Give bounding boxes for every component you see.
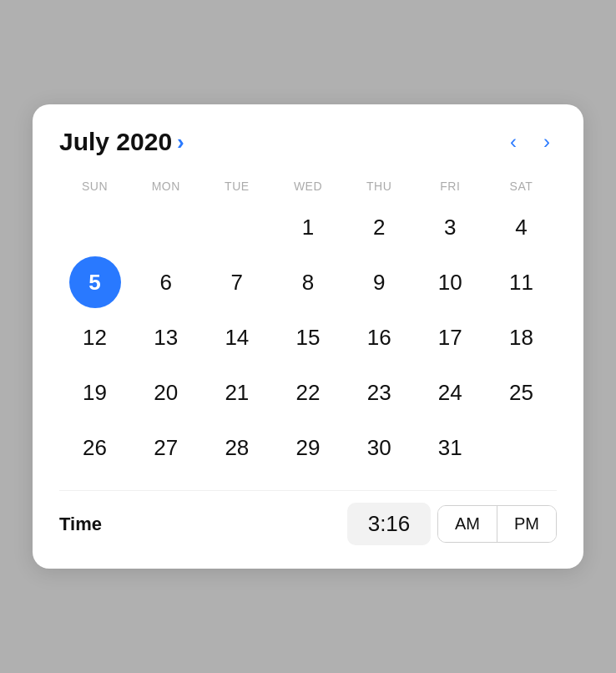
pm-button[interactable]: PM	[497, 506, 556, 542]
month-year-label: July 2020	[59, 128, 172, 156]
day-cell[interactable]: 8	[272, 256, 343, 308]
day-cell[interactable]: 11	[486, 256, 557, 308]
day-cell[interactable]: 19	[59, 367, 130, 418]
calendar-card: July 2020 › ‹ › SUN MON TUE WED THU FRI …	[33, 104, 583, 569]
day-cell[interactable]: 13	[130, 311, 201, 363]
day-cell[interactable]: 25	[486, 367, 557, 418]
am-button[interactable]: AM	[438, 506, 497, 542]
month-title: July 2020 ›	[59, 128, 184, 156]
day-header-tue: TUE	[201, 175, 272, 198]
day-cell[interactable]: 6	[130, 256, 201, 308]
time-row: Time 3:16 AM PM	[59, 490, 557, 545]
month-chevron-icon[interactable]: ›	[177, 129, 184, 155]
day-cell[interactable]: 26	[59, 422, 130, 473]
day-cell[interactable]: 18	[486, 311, 557, 363]
day-cell[interactable]: 5	[69, 256, 121, 308]
day-cell[interactable]: 16	[344, 311, 415, 363]
day-cell	[59, 201, 130, 253]
day-cell[interactable]: 23	[344, 367, 415, 418]
day-cell[interactable]: 21	[201, 367, 272, 418]
day-cell[interactable]: 24	[415, 367, 486, 418]
ampm-group: AM PM	[437, 505, 557, 543]
day-cell[interactable]: 3	[415, 201, 486, 253]
day-cell[interactable]: 2	[344, 201, 415, 253]
day-cell[interactable]: 29	[272, 422, 343, 473]
day-cell[interactable]: 28	[201, 422, 272, 473]
day-cell[interactable]: 14	[201, 311, 272, 363]
day-header-sat: SAT	[486, 175, 557, 198]
time-value[interactable]: 3:16	[347, 503, 431, 545]
day-header-thu: THU	[344, 175, 415, 198]
day-cell[interactable]: 1	[272, 201, 343, 253]
day-header-wed: WED	[272, 175, 343, 198]
day-cell[interactable]: 9	[344, 256, 415, 308]
day-cell[interactable]: 7	[201, 256, 272, 308]
day-cell[interactable]: 22	[272, 367, 343, 418]
day-headers: SUN MON TUE WED THU FRI SAT	[59, 175, 557, 198]
day-header-fri: FRI	[415, 175, 486, 198]
day-header-sun: SUN	[59, 175, 130, 198]
day-cell[interactable]: 20	[130, 367, 201, 418]
time-label: Time	[59, 514, 134, 535]
day-cell[interactable]: 10	[415, 256, 486, 308]
calendar-grid: 1234567891011121314151617181920212223242…	[59, 201, 557, 473]
day-cell[interactable]: 31	[415, 422, 486, 473]
prev-month-button[interactable]: ‹	[503, 129, 523, 155]
day-cell[interactable]: 17	[415, 311, 486, 363]
next-month-button[interactable]: ›	[537, 129, 557, 155]
day-cell	[486, 422, 557, 473]
day-cell[interactable]: 30	[344, 422, 415, 473]
day-cell[interactable]: 4	[486, 201, 557, 253]
day-cell[interactable]: 27	[130, 422, 201, 473]
day-header-mon: MON	[130, 175, 201, 198]
day-cell[interactable]: 15	[272, 311, 343, 363]
nav-buttons: ‹ ›	[503, 129, 557, 155]
calendar-header: July 2020 › ‹ ›	[59, 128, 557, 156]
day-cell[interactable]: 12	[59, 311, 130, 363]
day-cell	[130, 201, 201, 253]
day-cell	[201, 201, 272, 253]
